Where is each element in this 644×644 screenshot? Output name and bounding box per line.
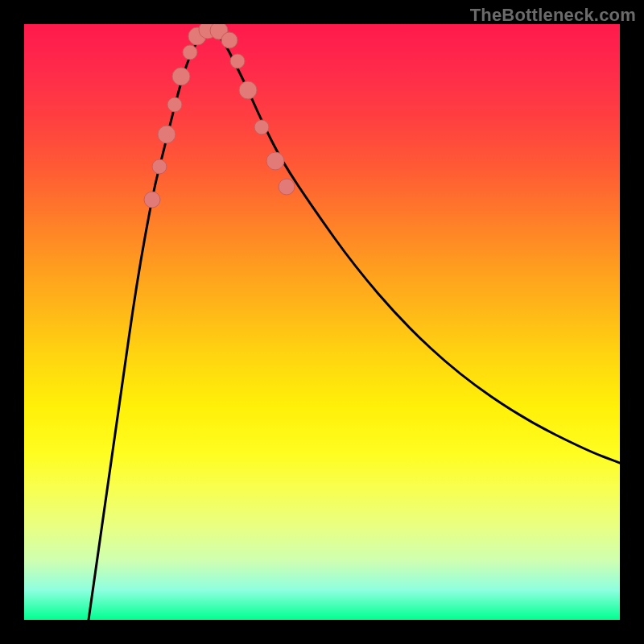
data-marker: [158, 126, 175, 143]
chart-svg: [24, 24, 620, 620]
data-marker: [230, 54, 245, 68]
data-marker: [152, 159, 167, 174]
data-marker: [183, 45, 197, 60]
data-marker: [144, 192, 160, 208]
curve-left-curve: [89, 28, 209, 620]
data-marker: [239, 81, 257, 99]
chart-frame: TheBottleneck.com: [0, 0, 644, 644]
curve-right-curve: [209, 28, 620, 463]
data-marker: [279, 179, 295, 195]
watermark-text: TheBottleneck.com: [470, 5, 636, 26]
data-marker: [167, 97, 182, 112]
data-marker: [254, 120, 269, 134]
data-marker: [221, 32, 237, 48]
plot-area: [24, 24, 620, 620]
data-marker: [266, 152, 284, 170]
data-marker: [172, 68, 190, 85]
